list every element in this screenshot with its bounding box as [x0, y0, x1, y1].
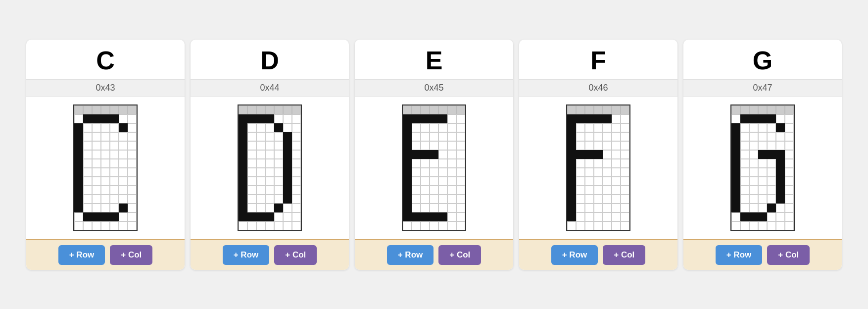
pixel-cell: [421, 177, 430, 186]
pixel-cell: [430, 159, 438, 168]
pixel-cell: [283, 132, 292, 141]
pixel-cell: [101, 177, 110, 186]
pixel-cell: [740, 212, 749, 221]
pixel-cell: [74, 159, 83, 168]
card-grid-area: [387, 97, 481, 239]
pixel-cell: [274, 221, 283, 230]
pixel-cell: [612, 150, 621, 159]
pixel-cell: [612, 195, 621, 204]
card-footer: + Row+ Col: [683, 239, 842, 270]
pixel-cell: [421, 132, 430, 141]
pixel-cell: [430, 105, 438, 114]
add-row-button[interactable]: + Row: [223, 245, 270, 265]
pixel-cell: [128, 186, 137, 195]
pixel-cell: [421, 141, 430, 150]
pixel-cell: [785, 123, 794, 132]
pixel-cell: [567, 123, 576, 132]
pixel-cell: [585, 114, 594, 123]
pixel-cell: [110, 177, 119, 186]
add-row-button[interactable]: + Row: [716, 245, 763, 265]
pixel-cell: [603, 212, 612, 221]
pixel-cell: [785, 186, 794, 195]
pixel-cell: [247, 186, 256, 195]
pixel-cell: [785, 150, 794, 159]
pixel-cell: [83, 195, 92, 204]
pixel-cell: [576, 195, 585, 204]
pixel-cell: [83, 168, 92, 177]
pixel-cell: [749, 105, 758, 114]
pixel-cell: [92, 159, 101, 168]
pixel-cell: [239, 168, 247, 177]
add-row-button[interactable]: + Row: [387, 245, 434, 265]
pixel-cell: [430, 204, 438, 212]
pixel-cell: [74, 132, 83, 141]
pixel-cell: [274, 204, 283, 212]
add-col-button[interactable]: + Col: [438, 245, 481, 265]
pixel-cell: [758, 221, 767, 230]
pixel-cell: [92, 177, 101, 186]
pixel-cell: [438, 204, 447, 212]
pixel-cell: [256, 177, 265, 186]
pixel-cell: [447, 123, 456, 132]
pixel-cell: [74, 150, 83, 159]
pixel-cell: [749, 150, 758, 159]
pixel-cell: [274, 177, 283, 186]
pixel-cell: [731, 221, 740, 230]
pixel-cell: [292, 105, 301, 114]
pixel-cell: [612, 168, 621, 177]
card-F: F0x46+ Row+ Col: [519, 40, 677, 270]
pixel-cell: [256, 168, 265, 177]
pixel-cell: [83, 132, 92, 141]
card-title: C: [26, 40, 185, 79]
pixel-cell: [731, 195, 740, 204]
add-col-button[interactable]: + Col: [110, 245, 152, 265]
pixel-cell: [128, 141, 137, 150]
pixel-cell: [412, 221, 421, 230]
pixel-cell: [119, 195, 128, 204]
pixel-cell: [776, 212, 785, 221]
pixel-cell: [274, 168, 283, 177]
add-row-button[interactable]: + Row: [58, 245, 105, 265]
pixel-cell: [403, 132, 412, 141]
pixel-cell: [110, 168, 119, 177]
pixel-cell: [731, 150, 740, 159]
add-col-button[interactable]: + Col: [767, 245, 810, 265]
pixel-cell: [74, 212, 83, 221]
pixel-cell: [283, 141, 292, 150]
pixel-cell: [239, 105, 247, 114]
pixel-cell: [292, 159, 301, 168]
pixel-cell: [83, 204, 92, 212]
pixel-cell: [110, 204, 119, 212]
pixel-cell: [292, 177, 301, 186]
pixel-cell: [576, 221, 585, 230]
pixel-cell: [594, 177, 603, 186]
pixel-cell: [603, 114, 612, 123]
pixel-cell: [456, 212, 465, 221]
pixel-cell: [456, 168, 465, 177]
pixel-cell: [256, 105, 265, 114]
cards-container: C0x43+ Row+ ColD0x44+ Row+ ColE0x45+ Row…: [26, 40, 842, 270]
pixel-cell: [283, 150, 292, 159]
pixel-cell: [101, 195, 110, 204]
pixel-cell: [776, 114, 785, 123]
pixel-cell: [749, 212, 758, 221]
pixel-cell: [603, 105, 612, 114]
pixel-cell: [83, 150, 92, 159]
add-col-button[interactable]: + Col: [603, 245, 645, 265]
pixel-cell: [283, 177, 292, 186]
pixel-cell: [621, 141, 629, 150]
pixel-cell: [83, 212, 92, 221]
pixel-cell: [758, 168, 767, 177]
pixel-cell: [567, 132, 576, 141]
pixel-cell: [83, 221, 92, 230]
pixel-cell: [247, 114, 256, 123]
pixel-cell: [265, 123, 274, 132]
pixel-cell: [567, 177, 576, 186]
pixel-cell: [594, 195, 603, 204]
pixel-cell: [92, 105, 101, 114]
pixel-cell: [403, 114, 412, 123]
add-col-button[interactable]: + Col: [274, 245, 317, 265]
pixel-cell: [256, 159, 265, 168]
pixel-cell: [767, 186, 776, 195]
add-row-button[interactable]: + Row: [551, 245, 598, 265]
